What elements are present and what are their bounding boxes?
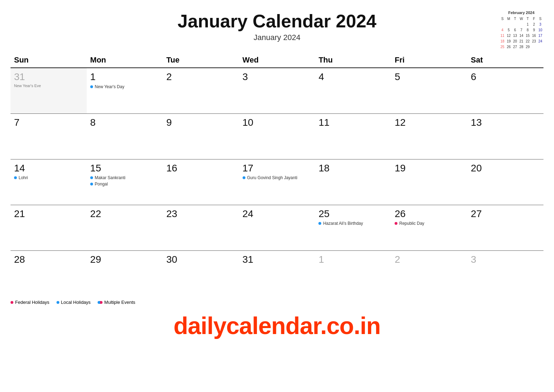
- day-number: 30: [166, 254, 236, 266]
- day-number: 31: [14, 71, 83, 83]
- day-number: 4: [318, 71, 388, 83]
- mini-header-cell: T: [512, 16, 518, 21]
- mini-day-cell: [506, 21, 512, 27]
- brand-footer: dailycalendar.co.in: [0, 308, 554, 346]
- legend-item: Local Holidays: [57, 300, 91, 305]
- event-label: Lohri: [19, 175, 28, 180]
- calendar-day-cell: 10: [239, 113, 315, 159]
- mini-day-cell: 23: [531, 38, 537, 44]
- mini-day-cell: 5: [506, 27, 512, 33]
- day-number: 8: [90, 117, 159, 129]
- page-title: January Calendar 2024: [0, 11, 554, 32]
- day-label: New Year's Eve: [14, 84, 83, 88]
- day-number: 23: [166, 208, 236, 220]
- calendar-grid: SunMonTueWedThuFriSat 31New Year's Eve1N…: [11, 53, 543, 296]
- event-dot: [243, 176, 245, 179]
- calendar-day-cell: 18: [315, 159, 391, 205]
- day-number: 11: [318, 117, 388, 129]
- calendar-day-cell: 13: [467, 113, 543, 159]
- mini-day-cell: 8: [525, 27, 531, 33]
- calendar-day-cell: 3: [239, 68, 315, 113]
- mini-day-cell: [531, 44, 537, 50]
- mini-day-cell: 26: [506, 44, 512, 50]
- day-number: 12: [395, 117, 464, 129]
- calendar-day-cell: 24: [239, 205, 315, 250]
- calendar-day-cell: 16: [163, 159, 239, 205]
- calendar-day-cell: 25Hazarat Ali's Birthday: [315, 205, 391, 250]
- event-dot: [395, 222, 397, 225]
- calendar-day-header: Mon: [87, 53, 163, 68]
- legend-item: Federal Holidays: [11, 300, 50, 305]
- day-number: 24: [243, 208, 312, 220]
- day-number: 21: [14, 208, 83, 220]
- mini-header-cell: T: [525, 16, 531, 21]
- legend-dot: [57, 301, 59, 304]
- event-dot: [90, 85, 93, 88]
- day-number: 15: [90, 162, 159, 174]
- mini-day-cell: 14: [518, 33, 525, 38]
- brand-text: dailycalendar.co.in: [173, 312, 380, 339]
- event-item: New Year's Day: [90, 84, 159, 89]
- calendar-day-cell: 2: [163, 68, 239, 113]
- mini-day-cell: 29: [525, 44, 531, 50]
- footer-legend: Federal HolidaysLocal HolidaysMultiple E…: [0, 296, 554, 308]
- mini-calendar-table: SMTWTFS 12345678910111213141516171819202…: [499, 16, 543, 50]
- event-dot: [318, 222, 321, 225]
- event-item: Hazarat Ali's Birthday: [318, 221, 388, 226]
- mini-day-cell: [499, 21, 506, 27]
- mini-day-cell: 13: [512, 33, 518, 38]
- calendar-day-cell: 9: [163, 113, 239, 159]
- event-dot: [90, 183, 93, 185]
- mini-day-cell: 22: [525, 38, 531, 44]
- mini-header-cell: W: [518, 16, 525, 21]
- calendar-day-header: Thu: [315, 53, 391, 68]
- day-number: 5: [395, 71, 464, 83]
- page-header: January Calendar 2024 January 2024: [0, 0, 554, 46]
- mini-day-cell: 6: [512, 27, 518, 33]
- legend-label: Multiple Events: [104, 300, 135, 305]
- calendar-day-cell: 21: [11, 205, 87, 250]
- calendar-day-cell: 5: [391, 68, 467, 113]
- day-number: 16: [166, 162, 236, 174]
- legend-label: Federal Holidays: [15, 300, 50, 305]
- mini-calendar: February 2024 SMTWTFS 123456789101112131…: [499, 11, 543, 50]
- mini-day-cell: [512, 21, 518, 27]
- day-number: 18: [318, 162, 388, 174]
- calendar-day-cell: 26Republic Day: [391, 205, 467, 250]
- calendar-day-cell: 31: [239, 250, 315, 296]
- calendar-day-header: Tue: [163, 53, 239, 68]
- calendar-day-cell: 29: [87, 250, 163, 296]
- calendar-day-cell: 27: [467, 205, 543, 250]
- calendar-day-cell: 23: [163, 205, 239, 250]
- event-label: Pongal: [95, 182, 108, 187]
- event-label: Hazarat Ali's Birthday: [323, 221, 363, 226]
- calendar-day-cell: 15Makar SankrantiPongal: [87, 159, 163, 205]
- day-number: 2: [166, 71, 236, 83]
- event-dot: [90, 176, 93, 179]
- mini-day-cell: 12: [506, 33, 512, 38]
- event-item: Pongal: [90, 182, 159, 187]
- day-number: 9: [166, 117, 236, 129]
- day-number: 3: [471, 254, 540, 266]
- mini-day-cell: [537, 44, 543, 50]
- mini-day-cell: 20: [512, 38, 518, 44]
- day-number: 28: [14, 254, 83, 266]
- event-label: New Year's Day: [95, 84, 124, 89]
- calendar-day-header: Wed: [239, 53, 315, 68]
- mini-day-cell: 18: [499, 38, 506, 44]
- event-item: Republic Day: [395, 221, 464, 226]
- calendar-day-cell: 28: [11, 250, 87, 296]
- mini-header-cell: F: [531, 16, 537, 21]
- mini-day-cell: 3: [537, 21, 543, 27]
- mini-day-cell: 28: [518, 44, 525, 50]
- day-number: 29: [90, 254, 159, 266]
- calendar-day-cell: 2: [391, 250, 467, 296]
- calendar-day-cell: 30: [163, 250, 239, 296]
- mini-day-cell: 1: [525, 21, 531, 27]
- calendar-day-cell: 17Guru Govind Singh Jayanti: [239, 159, 315, 205]
- event-item: Lohri: [14, 175, 83, 180]
- day-number: 14: [14, 162, 83, 174]
- mini-day-cell: 4: [499, 27, 506, 33]
- calendar-day-cell: 6: [467, 68, 543, 113]
- calendar-day-header: Fri: [391, 53, 467, 68]
